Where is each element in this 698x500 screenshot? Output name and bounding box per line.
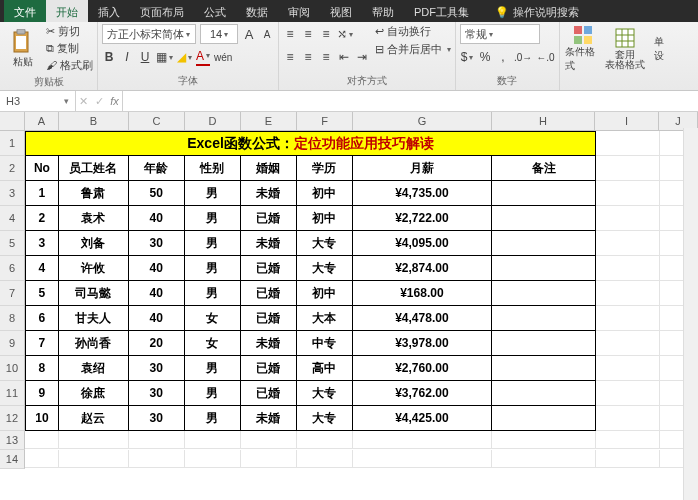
- format-as-table-button[interactable]: 套用 表格格式: [606, 24, 644, 74]
- cell[interactable]: [297, 431, 353, 449]
- cell-marital[interactable]: 未婚: [241, 231, 297, 256]
- tell-me-search[interactable]: 💡 操作说明搜索: [485, 0, 589, 22]
- cell-gender[interactable]: 男: [185, 256, 241, 281]
- header-no[interactable]: No: [25, 156, 59, 181]
- cell-remark[interactable]: [492, 181, 596, 206]
- cell[interactable]: [59, 431, 129, 449]
- cell[interactable]: [129, 450, 185, 468]
- row-header[interactable]: 12: [0, 406, 25, 431]
- cell[interactable]: [596, 406, 660, 431]
- cell[interactable]: [353, 450, 493, 468]
- align-middle-button[interactable]: ≡: [301, 26, 315, 42]
- cell-gender[interactable]: 男: [185, 231, 241, 256]
- cell-gender[interactable]: 男: [185, 281, 241, 306]
- cell[interactable]: [492, 431, 596, 449]
- cell-salary[interactable]: ¥2,874.00: [353, 256, 493, 281]
- tab-data[interactable]: 数据: [236, 0, 278, 22]
- font-name-select[interactable]: 方正小标宋简体: [102, 24, 196, 44]
- font-size-select[interactable]: 14: [200, 24, 238, 44]
- cell-salary[interactable]: ¥4,425.00: [353, 406, 493, 431]
- increase-indent-button[interactable]: ⇥: [355, 49, 369, 65]
- cell-age[interactable]: 30: [129, 356, 185, 381]
- cell[interactable]: [596, 256, 660, 281]
- accounting-format-button[interactable]: $: [460, 49, 474, 65]
- decrease-indent-button[interactable]: ⇤: [337, 49, 351, 65]
- cell[interactable]: [25, 450, 59, 468]
- header-gender[interactable]: 性别: [185, 156, 241, 181]
- col-header[interactable]: A: [25, 112, 59, 130]
- col-header[interactable]: D: [185, 112, 241, 130]
- cancel-edit-button[interactable]: ✕: [79, 95, 88, 108]
- cell[interactable]: [297, 450, 353, 468]
- tab-formula[interactable]: 公式: [194, 0, 236, 22]
- cell-marital[interactable]: 已婚: [241, 356, 297, 381]
- formula-input[interactable]: [123, 91, 698, 111]
- cell[interactable]: [492, 450, 596, 468]
- cell-no[interactable]: 7: [25, 331, 59, 356]
- cell[interactable]: [596, 331, 660, 356]
- cell-no[interactable]: 3: [25, 231, 59, 256]
- fx-button[interactable]: fx: [110, 95, 119, 107]
- cell-salary[interactable]: ¥4,735.00: [353, 181, 493, 206]
- orientation-button[interactable]: ⤭: [337, 26, 353, 42]
- cell[interactable]: [596, 156, 660, 181]
- col-header[interactable]: B: [59, 112, 129, 130]
- name-box[interactable]: H3 ▾: [0, 91, 76, 111]
- align-bottom-button[interactable]: ≡: [319, 26, 333, 42]
- align-right-button[interactable]: ≡: [319, 49, 333, 65]
- cut-button[interactable]: ✂ 剪切: [46, 24, 93, 39]
- cell-gender[interactable]: 男: [185, 381, 241, 406]
- cell-gender[interactable]: 男: [185, 406, 241, 431]
- cell-remark[interactable]: [492, 281, 596, 306]
- cell[interactable]: [241, 450, 297, 468]
- cell-name[interactable]: 袁绍: [59, 356, 129, 381]
- row-header[interactable]: 7: [0, 281, 25, 306]
- cell-no[interactable]: 1: [25, 181, 59, 206]
- cell-salary[interactable]: ¥4,095.00: [353, 231, 493, 256]
- col-header[interactable]: H: [492, 112, 595, 130]
- cell-gender[interactable]: 女: [185, 331, 241, 356]
- cell[interactable]: [59, 450, 129, 468]
- col-header[interactable]: F: [297, 112, 353, 130]
- cell-name[interactable]: 许攸: [59, 256, 129, 281]
- cell-styles-button[interactable]: 单 设: [648, 24, 670, 74]
- cell[interactable]: [596, 131, 660, 156]
- cell-edu[interactable]: 大本: [297, 306, 353, 331]
- copy-button[interactable]: ⧉ 复制: [46, 41, 93, 56]
- cell-edu[interactable]: 高中: [297, 356, 353, 381]
- cell-no[interactable]: 8: [25, 356, 59, 381]
- cell-edu[interactable]: 初中: [297, 181, 353, 206]
- cell[interactable]: [596, 431, 660, 449]
- cell-no[interactable]: 10: [25, 406, 59, 431]
- col-header[interactable]: C: [129, 112, 185, 130]
- tab-home[interactable]: 开始: [46, 0, 88, 22]
- underline-button[interactable]: U: [138, 49, 152, 65]
- comma-button[interactable]: ,: [496, 49, 510, 65]
- cell-age[interactable]: 50: [129, 181, 185, 206]
- cell-name[interactable]: 赵云: [59, 406, 129, 431]
- font-color-button[interactable]: A: [196, 48, 210, 66]
- cell[interactable]: [353, 431, 493, 449]
- row-header[interactable]: 5: [0, 231, 25, 256]
- border-button[interactable]: ▦: [156, 49, 173, 65]
- merge-center-button[interactable]: ⊟ 合并后居中: [375, 42, 451, 57]
- cell-remark[interactable]: [492, 306, 596, 331]
- tab-pdf[interactable]: PDF工具集: [404, 0, 479, 22]
- cell-marital[interactable]: 未婚: [241, 331, 297, 356]
- cell-edu[interactable]: 中专: [297, 331, 353, 356]
- cell-edu[interactable]: 大专: [297, 231, 353, 256]
- row-header[interactable]: 9: [0, 331, 25, 356]
- format-painter-button[interactable]: 🖌 格式刷: [46, 58, 93, 73]
- cell-salary[interactable]: ¥3,762.00: [353, 381, 493, 406]
- align-top-button[interactable]: ≡: [283, 26, 297, 42]
- cell-age[interactable]: 20: [129, 331, 185, 356]
- tab-file[interactable]: 文件: [4, 0, 46, 22]
- cell-marital[interactable]: 已婚: [241, 381, 297, 406]
- cell-no[interactable]: 5: [25, 281, 59, 306]
- row-header[interactable]: 13: [0, 431, 25, 450]
- cell-marital[interactable]: 已婚: [241, 306, 297, 331]
- row-header[interactable]: 10: [0, 356, 25, 381]
- cell[interactable]: [596, 206, 660, 231]
- cell[interactable]: [596, 356, 660, 381]
- cell[interactable]: [185, 431, 241, 449]
